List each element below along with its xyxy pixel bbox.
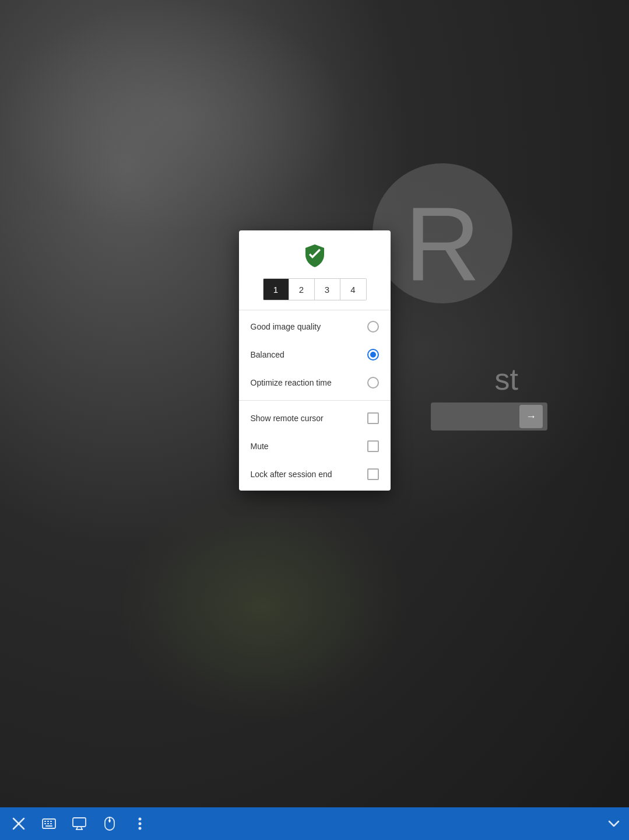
mute-label: Mute — [251, 442, 269, 451]
tab-2[interactable]: 2 — [289, 279, 315, 300]
close-icon[interactable] — [9, 814, 28, 833]
keyboard-icon[interactable] — [40, 814, 58, 833]
monitor-icon[interactable] — [70, 814, 89, 833]
taskbar-right — [608, 818, 620, 830]
avatar-letter: R — [375, 163, 515, 303]
svg-rect-4 — [44, 821, 46, 822]
svg-point-20 — [139, 827, 142, 830]
balanced-label: Balanced — [251, 350, 284, 359]
svg-rect-6 — [50, 821, 52, 822]
optimize-reaction-radio[interactable] — [367, 377, 379, 388]
option-lock-after-session[interactable]: Lock after session end — [239, 460, 391, 488]
good-image-quality-label: Good image quality — [251, 322, 321, 331]
tab-4[interactable]: 4 — [340, 279, 366, 300]
option-show-remote-cursor[interactable]: Show remote cursor — [239, 404, 391, 432]
svg-rect-9 — [50, 823, 52, 824]
option-good-image-quality[interactable]: Good image quality — [239, 313, 391, 341]
section-divider — [239, 400, 391, 401]
option-optimize-reaction[interactable]: Optimize reaction time — [239, 369, 391, 397]
password-input-behind: → — [431, 402, 547, 430]
tab-3[interactable]: 3 — [315, 279, 340, 300]
settings-dialog: 1 2 3 4 Good image quality Balanced Opti… — [239, 230, 391, 491]
shield-icon — [301, 242, 329, 270]
svg-rect-5 — [47, 821, 49, 822]
svg-rect-7 — [44, 823, 46, 824]
svg-rect-11 — [73, 818, 86, 827]
good-image-quality-radio[interactable] — [367, 321, 379, 332]
option-mute[interactable]: Mute — [239, 432, 391, 460]
lock-after-session-checkbox[interactable] — [367, 468, 379, 480]
tab-1[interactable]: 1 — [263, 279, 289, 300]
chevron-down-icon[interactable] — [608, 818, 620, 830]
taskbar-left — [9, 814, 149, 833]
bg-blob3 — [117, 490, 408, 723]
svg-text:R: R — [405, 185, 480, 298]
svg-point-18 — [139, 818, 142, 821]
tabs-row: 1 2 3 4 — [263, 278, 367, 300]
optimize-reaction-label: Optimize reaction time — [251, 378, 332, 387]
svg-rect-8 — [47, 823, 49, 824]
mute-checkbox[interactable] — [367, 440, 379, 452]
svg-point-19 — [139, 822, 142, 825]
checkbox-options-section: Show remote cursor Mute Lock after sessi… — [239, 402, 391, 491]
option-balanced[interactable]: Balanced — [239, 341, 391, 369]
lock-after-session-label: Lock after session end — [251, 470, 332, 479]
svg-rect-10 — [45, 825, 52, 827]
mouse-icon[interactable] — [100, 814, 119, 833]
balanced-radio[interactable] — [367, 349, 379, 360]
radio-options-section: Good image quality Balanced Optimize rea… — [239, 310, 391, 399]
taskbar — [0, 807, 629, 840]
balanced-radio-inner — [370, 352, 376, 358]
dialog-header: 1 2 3 4 — [239, 230, 391, 310]
show-remote-cursor-checkbox[interactable] — [367, 412, 379, 424]
background-text: st — [495, 362, 518, 397]
svg-point-17 — [108, 820, 111, 822]
arrow-button-behind: → — [519, 405, 543, 428]
more-icon[interactable] — [131, 814, 149, 833]
show-remote-cursor-label: Show remote cursor — [251, 414, 324, 423]
